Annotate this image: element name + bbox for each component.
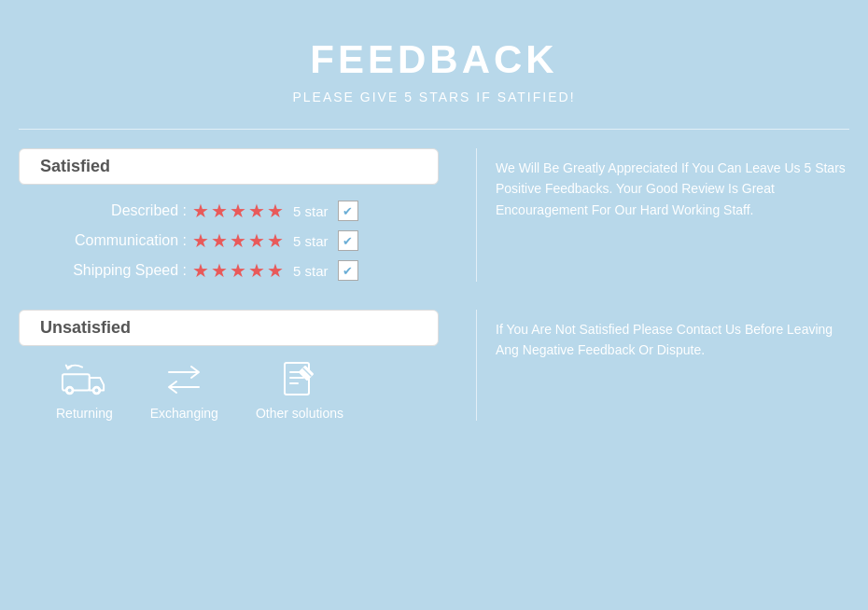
star-5: ★ [267, 200, 284, 222]
unsatisfied-left: Unsatisfied [19, 310, 457, 421]
star-3: ★ [230, 200, 246, 222]
truck-return-icon [61, 361, 107, 398]
satisfied-label[interactable]: Satisfied [19, 148, 439, 185]
table-row: Described : ★ ★ ★ ★ ★ 5 star ✔ [37, 200, 439, 222]
star-1: ★ [192, 200, 209, 222]
svg-point-2 [68, 389, 72, 393]
star-4: ★ [248, 200, 265, 222]
star-2: ★ [211, 200, 228, 222]
satisfied-right: We Will Be Greatly Appreciated If You Ca… [496, 148, 849, 282]
check-icon-shipping[interactable]: ✔ [338, 260, 358, 281]
main-content: Satisfied Described : ★ ★ ★ ★ ★ 5 star [19, 148, 849, 421]
check-icon-described[interactable]: ✔ [338, 201, 358, 221]
satisfied-message: We Will Be Greatly Appreciated If You Ca… [496, 158, 849, 220]
satisfied-section: Satisfied Described : ★ ★ ★ ★ ★ 5 star [19, 148, 849, 282]
star-2: ★ [211, 259, 228, 282]
list-item[interactable]: Returning [56, 361, 113, 421]
other-solutions-label: Other solutions [256, 406, 343, 421]
ratings-area: Described : ★ ★ ★ ★ ★ 5 star ✔ Com [19, 200, 439, 282]
returning-label: Returning [56, 406, 113, 421]
check-icon-communication[interactable]: ✔ [338, 230, 358, 251]
rating-label-communication: Communication : [37, 232, 187, 249]
list-item[interactable]: Exchanging [150, 361, 218, 421]
rating-label-described: Described : [37, 202, 187, 219]
options-area: Returning [19, 361, 439, 421]
feedback-page: FEEDBACK PLEASE GIVE 5 STARS IF SATIFIED… [0, 0, 868, 610]
vertical-divider-unsatisfied [476, 310, 477, 421]
exchange-icon [161, 361, 207, 398]
unsatisfied-label[interactable]: Unsatisfied [19, 310, 439, 346]
document-edit-icon [276, 361, 323, 398]
star-count-communication: 5 star [293, 233, 329, 249]
star-5: ★ [267, 229, 284, 252]
star-5: ★ [267, 259, 284, 282]
page-title: FEEDBACK [292, 37, 575, 82]
unsatisfied-right: If You Are Not Satisfied Please Contact … [496, 310, 849, 421]
satisfied-left: Satisfied Described : ★ ★ ★ ★ ★ 5 star [19, 148, 457, 282]
rating-label-shipping: Shipping Speed : [37, 262, 187, 279]
unsatisfied-section: Unsatisfied [19, 310, 849, 421]
star-4: ★ [248, 259, 265, 282]
exchanging-label: Exchanging [150, 406, 218, 421]
unsatisfied-message: If You Are Not Satisfied Please Contact … [496, 319, 849, 361]
header: FEEDBACK PLEASE GIVE 5 STARS IF SATIFIED… [292, 0, 575, 104]
list-item[interactable]: Other solutions [256, 361, 343, 421]
header-divider [19, 129, 849, 130]
stars-described: ★ ★ ★ ★ ★ [192, 200, 284, 222]
page-subtitle: PLEASE GIVE 5 STARS IF SATIFIED! [292, 90, 575, 104]
star-count-described: 5 star [293, 203, 329, 219]
star-1: ★ [192, 229, 209, 252]
star-4: ★ [248, 229, 265, 252]
table-row: Communication : ★ ★ ★ ★ ★ 5 star ✔ [37, 229, 439, 252]
svg-point-4 [95, 389, 99, 393]
stars-shipping: ★ ★ ★ ★ ★ [192, 259, 284, 282]
star-count-shipping: 5 star [293, 263, 329, 279]
vertical-divider-satisfied [476, 148, 477, 282]
table-row: Shipping Speed : ★ ★ ★ ★ ★ 5 star ✔ [37, 259, 439, 282]
star-1: ★ [192, 259, 209, 282]
stars-communication: ★ ★ ★ ★ ★ [192, 229, 284, 252]
star-2: ★ [211, 229, 228, 252]
star-3: ★ [230, 229, 246, 252]
star-3: ★ [230, 259, 246, 282]
